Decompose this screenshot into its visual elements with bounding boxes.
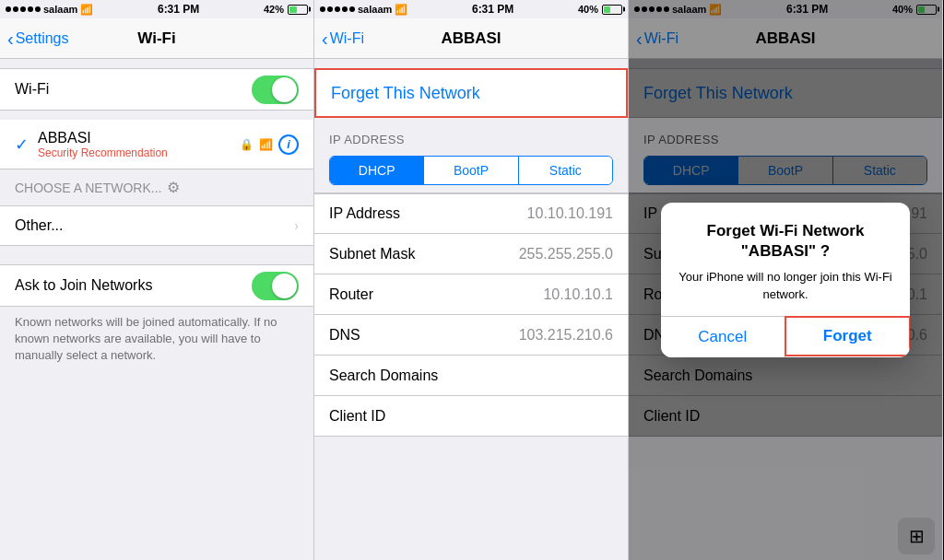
dot4 xyxy=(28,6,33,12)
battery-pct-1: 42% xyxy=(264,4,284,15)
dot2 xyxy=(13,6,18,12)
forget-label: Forget This Network xyxy=(331,84,480,103)
wifi-label: Wi-Fi xyxy=(15,81,49,98)
back-arrow-2: ‹ xyxy=(322,29,328,48)
dialog-overlay: Forget Wi-Fi Network "ABBASI" ? Your iPh… xyxy=(629,0,942,560)
panel-abbasi-detail: salaam 📶 6:31 PM 40% ‹ Wi-Fi ABBASI Forg… xyxy=(314,0,629,560)
wifi-icon-1: 📶 xyxy=(80,4,93,16)
panel-abbasi-dialog: salaam 📶 6:31 PM 40% ‹ Wi-Fi ABBASI Forg… xyxy=(629,0,943,560)
battery-fill-1 xyxy=(289,6,297,13)
nav-bar-2: ‹ Wi-Fi ABBASI xyxy=(314,18,628,59)
wifi-icon-2: 📶 xyxy=(395,4,407,16)
router-value: 10.10.10.1 xyxy=(543,286,613,303)
forget-network-row[interactable]: Forget This Network xyxy=(314,68,628,118)
chevron-right-icon: › xyxy=(294,218,299,233)
search-domains-row: Search Domains xyxy=(314,356,628,396)
battery-icon-2 xyxy=(602,5,622,15)
wifi-toggle-group: Wi-Fi xyxy=(0,68,313,111)
wifi-toggle-row[interactable]: Wi-Fi xyxy=(0,69,313,110)
ip-address-label: IP Address xyxy=(329,205,400,222)
dot2-5 xyxy=(349,6,355,12)
nav-title-1: Wi-Fi xyxy=(137,29,175,48)
nav-title-2: ABBASI xyxy=(441,29,501,48)
choose-network-label: CHOOSE A NETWORK... xyxy=(15,181,161,195)
signal-dots-1 xyxy=(6,6,41,12)
carrier-2: salaam xyxy=(358,4,392,15)
dns-label: DNS xyxy=(329,327,360,344)
dot2-2 xyxy=(327,6,333,12)
signal-dots-2 xyxy=(320,6,355,12)
battery-icon-1 xyxy=(288,5,308,15)
router-label: Router xyxy=(329,286,373,303)
ask-join-label: Ask to Join Networks xyxy=(15,277,152,294)
time-1: 6:31 PM xyxy=(158,3,199,16)
seg-bootp[interactable]: BootP xyxy=(424,157,518,184)
ask-join-toggle[interactable] xyxy=(252,272,299,300)
back-arrow-1: ‹ xyxy=(7,29,14,48)
panel2-content: Forget This Network IP ADDRESS DHCP Boot… xyxy=(314,59,628,560)
dot2-1 xyxy=(320,6,325,12)
dot3 xyxy=(20,6,26,12)
client-id-label: Client ID xyxy=(329,408,385,425)
spinner-icon: ⚙ xyxy=(167,179,180,196)
other-network-row[interactable]: Other... › xyxy=(0,205,313,246)
network-abbasi-row[interactable]: ✓ ABBASI Security Recommendation 🔒 📶 i xyxy=(0,120,313,169)
ask-join-group: Ask to Join Networks xyxy=(0,264,313,307)
router-row: Router 10.10.10.1 xyxy=(314,274,628,315)
wifi-signal-icon: 📶 xyxy=(259,138,273,151)
panel1-content: Wi-Fi ✓ ABBASI Security Recommendation 🔒… xyxy=(0,59,313,560)
status-bar-1: salaam 📶 6:31 PM 42% xyxy=(0,0,313,18)
status-left-2: salaam 📶 xyxy=(320,4,407,16)
subnet-mask-label: Subnet Mask xyxy=(329,246,415,262)
seg-static[interactable]: Static xyxy=(519,157,612,184)
ip-mode-segmented[interactable]: DHCP BootP Static xyxy=(329,156,613,185)
spacer3 xyxy=(0,246,313,264)
checkmark-icon: ✓ xyxy=(15,134,29,155)
toggle-knob-1 xyxy=(272,77,297,102)
spacer4 xyxy=(314,59,628,68)
battery-fill-2 xyxy=(604,6,610,13)
info-icon[interactable]: i xyxy=(278,134,299,155)
back-label-2: Wi-Fi xyxy=(330,30,364,47)
subnet-mask-row: Subnet Mask 255.255.255.0 xyxy=(314,234,628,274)
carrier-1: salaam xyxy=(43,4,77,15)
ask-join-note: Known networks will be joined automatica… xyxy=(0,307,313,372)
network-info: ABBASI Security Recommendation xyxy=(38,130,240,159)
detail-rows: IP Address 10.10.10.191 Subnet Mask 255.… xyxy=(314,192,628,437)
forget-dialog: Forget Wi-Fi Network "ABBASI" ? Your iPh… xyxy=(661,203,910,357)
dialog-body: Forget Wi-Fi Network "ABBASI" ? Your iPh… xyxy=(661,203,910,316)
dot5 xyxy=(35,6,41,12)
status-right-1: 42% xyxy=(264,4,308,15)
client-id-row: Client ID xyxy=(314,396,628,437)
ip-address-header: IP ADDRESS xyxy=(314,118,628,152)
network-sub: Security Recommendation xyxy=(38,146,240,159)
dns-value: 103.215.210.6 xyxy=(519,327,613,344)
status-right-2: 40% xyxy=(578,4,622,15)
battery-pct-2: 40% xyxy=(578,4,598,15)
toggle-knob-2 xyxy=(272,274,297,298)
back-button-1[interactable]: ‹ Settings xyxy=(7,29,68,48)
dialog-buttons: Cancel Forget xyxy=(661,316,910,357)
network-name: ABBASI xyxy=(38,130,240,146)
search-domains-label: Search Domains xyxy=(329,368,438,384)
ask-join-row[interactable]: Ask to Join Networks xyxy=(0,265,313,306)
lock-icon: 🔒 xyxy=(240,138,254,151)
subnet-mask-value: 255.255.255.0 xyxy=(519,246,613,262)
dialog-message: Your iPhone will no longer join this Wi-… xyxy=(676,269,895,302)
status-bar-2: salaam 📶 6:31 PM 40% xyxy=(314,0,628,18)
network-icons: 🔒 📶 i xyxy=(240,134,299,155)
ip-address-row: IP Address 10.10.10.191 xyxy=(314,193,628,234)
seg-dhcp[interactable]: DHCP xyxy=(330,157,424,184)
dot2-4 xyxy=(342,6,348,12)
choose-network-row: CHOOSE A NETWORK... ⚙ xyxy=(0,169,313,205)
back-label-1: Settings xyxy=(16,30,69,47)
panel-wifi-settings: salaam 📶 6:31 PM 42% ‹ Settings Wi-Fi Wi… xyxy=(0,0,314,560)
cancel-button[interactable]: Cancel xyxy=(661,317,785,357)
other-label: Other... xyxy=(15,217,63,234)
back-button-2[interactable]: ‹ Wi-Fi xyxy=(322,29,364,48)
spacer2 xyxy=(0,111,313,120)
nav-bar-1: ‹ Settings Wi-Fi xyxy=(0,18,313,59)
wifi-toggle-switch[interactable] xyxy=(252,76,299,104)
forget-button[interactable]: Forget xyxy=(785,316,911,356)
spacer1 xyxy=(0,59,313,68)
